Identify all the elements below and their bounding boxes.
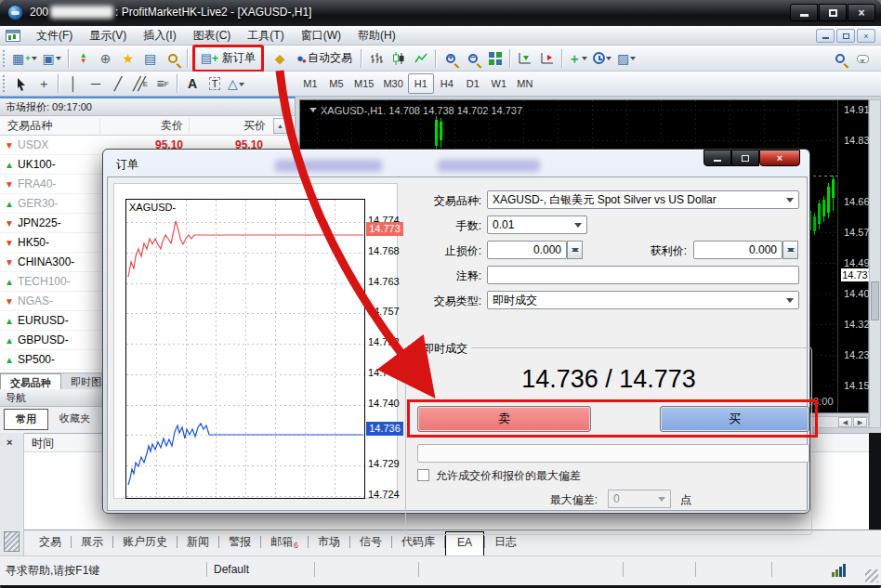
menu-item-5[interactable]: 窗口(W) [293, 26, 349, 46]
line-chart-type-icon[interactable] [410, 47, 432, 70]
bottom-tab-2[interactable]: 账户历史 [113, 530, 177, 555]
chat-icon[interactable] [851, 47, 874, 70]
horizontal-line-icon[interactable]: ─ [85, 72, 107, 95]
stop-loss-input[interactable]: 0.000 [487, 241, 567, 259]
take-profit-input[interactable]: 0.000 [693, 241, 782, 259]
timeframe-m1[interactable]: M1 [297, 73, 323, 94]
channel-icon[interactable]: ╱╱E [129, 72, 151, 95]
terminal-grip-icon[interactable] [4, 531, 20, 552]
navigator-toggle-icon[interactable]: ⊕ [95, 47, 117, 70]
zoom-in-icon[interactable] [440, 47, 462, 70]
trendline-icon[interactable]: ╱ [107, 72, 129, 95]
symbol-name: HK50- [18, 236, 99, 249]
autotrading-button[interactable]: ●● 自动交易 [291, 47, 358, 70]
data-window-icon[interactable]: ▤ [139, 47, 162, 70]
new-chart-icon[interactable]: ▦+ [10, 47, 41, 70]
bottom-tab-9[interactable]: EA [445, 531, 484, 556]
take-profit-spinner[interactable] [782, 241, 798, 259]
zoom-out-icon[interactable] [462, 47, 484, 70]
child-close-button[interactable]: × [857, 29, 875, 43]
market-watch-close-icon[interactable]: × [283, 101, 289, 112]
column-buy[interactable]: 买价 [190, 118, 271, 134]
menu-item-1[interactable]: 显示(V) [81, 26, 135, 46]
volume-combo[interactable]: 0.01 [487, 216, 587, 234]
column-symbol[interactable]: 交易品种 [0, 118, 100, 134]
child-restore-button[interactable] [836, 29, 855, 43]
column-sell[interactable]: 卖价 [100, 118, 190, 134]
history-center-icon[interactable] [162, 47, 184, 70]
profiles-icon[interactable]: ▣ [41, 47, 65, 70]
menu-item-0[interactable]: 文件(F) [28, 26, 81, 46]
buy-button[interactable]: 买 [660, 406, 809, 432]
timeframe-h1[interactable]: H1 [408, 73, 434, 94]
market-watch-toggle-icon[interactable]: ▲▼ [72, 47, 95, 70]
text-label-icon[interactable]: T [204, 72, 226, 95]
stop-loss-spinner[interactable] [567, 241, 583, 259]
text-tool-icon[interactable]: A [181, 72, 204, 95]
scroll-left-icon[interactable]: ◀ [838, 417, 852, 427]
candlestick-type-icon[interactable] [388, 47, 410, 70]
dialog-close-button[interactable]: × [759, 150, 800, 166]
profile-name[interactable]: Default [214, 563, 249, 576]
child-minimize-button[interactable] [816, 29, 835, 43]
vertical-line-icon[interactable]: │ [62, 72, 85, 95]
timeframe-h4[interactable]: H4 [434, 73, 460, 94]
menu-item-4[interactable]: 工具(T) [239, 26, 292, 46]
timeframe-m15[interactable]: M15 [349, 73, 378, 94]
comment-input[interactable] [487, 266, 799, 284]
deviation-checkbox[interactable] [417, 469, 429, 481]
resize-grip[interactable] [865, 569, 878, 582]
timeframe-m5[interactable]: M5 [323, 73, 349, 94]
comment-label: 注释: [393, 268, 481, 284]
dialog-restore-button[interactable] [731, 150, 759, 166]
bottom-tab-3[interactable]: 新闻 [178, 530, 218, 555]
max-deviation-combo[interactable]: 0 [608, 490, 671, 508]
menu-item-6[interactable]: 帮助(H) [349, 26, 404, 46]
bar-chart-type-icon[interactable] [365, 47, 388, 70]
shapes-icon[interactable]: △ [226, 72, 248, 95]
timeframe-m30[interactable]: M30 [378, 73, 407, 94]
order-type-select[interactable]: 即时成交 [487, 291, 799, 309]
menu-item-3[interactable]: 图表(C) [185, 26, 240, 46]
menu-item-2[interactable]: 插入(I) [135, 26, 184, 46]
toolbar-grip[interactable] [3, 50, 7, 67]
chart-vertical-scrollbar[interactable] [869, 99, 881, 428]
bottom-tab-6[interactable]: 市场 [309, 530, 349, 555]
bottom-tab-5[interactable]: 邮箱6 [261, 530, 308, 555]
chart-shift-icon[interactable] [536, 47, 559, 70]
timeframe-d1[interactable]: D1 [460, 73, 486, 94]
symbol-name: TECH100- [18, 275, 99, 288]
symbol-select[interactable]: XAGUSD-, 白银美元 Spot Silver vs US Dollar [487, 190, 799, 209]
bottom-tab-1[interactable]: 展示 [72, 530, 112, 555]
bottom-tab-0[interactable]: 交易 [30, 530, 71, 555]
sell-button[interactable]: 卖 [417, 406, 591, 432]
crosshair-icon[interactable]: ＋ [33, 72, 55, 95]
tab-favorites[interactable]: 收藏夹 [48, 409, 101, 430]
terminal-close-icon[interactable]: × [7, 437, 12, 448]
close-button[interactable]: × [848, 4, 875, 21]
tab-common[interactable]: 常用 [4, 409, 48, 430]
search-icon[interactable] [829, 47, 851, 70]
timeframe-mn[interactable]: MN [512, 73, 538, 94]
templates-icon[interactable]: ▨ [615, 47, 639, 70]
auto-scroll-icon[interactable] [514, 47, 536, 70]
indicators-icon[interactable]: ＋ [566, 47, 591, 70]
minimize-button[interactable] [790, 4, 818, 21]
favorites-icon[interactable]: ★ [117, 47, 139, 70]
symbol-name: GER30- [18, 197, 99, 210]
objects-list-icon[interactable]: ◆ [269, 47, 291, 70]
tile-windows-icon[interactable] [484, 47, 506, 70]
toolbar-grip[interactable] [3, 75, 7, 92]
cursor-icon[interactable] [10, 72, 33, 95]
maximize-button[interactable] [819, 4, 847, 21]
tab-symbols[interactable]: 交易品种 [0, 373, 61, 390]
scroll-up-icon[interactable]: ▲ [273, 118, 287, 134]
new-order-button[interactable]: ▤+ 新订单 [195, 47, 261, 70]
fibonacci-icon[interactable]: ≡F [151, 72, 174, 95]
scroll-right-icon[interactable]: ▶ [853, 417, 867, 427]
timeframe-w1[interactable]: W1 [486, 73, 512, 94]
periods-icon[interactable] [591, 47, 615, 70]
bottom-tab-7[interactable]: 信号 [350, 530, 391, 555]
dialog-minimize-button[interactable] [703, 150, 731, 166]
bottom-tab-4[interactable]: 警报 [219, 530, 260, 555]
